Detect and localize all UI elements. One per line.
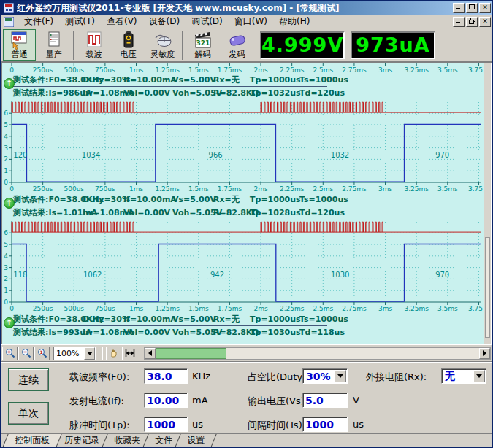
- svg-text:2.5ms: 2.5ms: [313, 185, 333, 193]
- condition-field: Duty=30%: [83, 74, 123, 85]
- test-condition-row: 测试条件:F0=38.0KHzDuty=30%If=10.00mAVs=5.00…: [13, 194, 484, 205]
- test-result-row: 测试结果:Is=993uAIw=1.08mAVol=0.00VVoh=5.05V…: [13, 327, 484, 338]
- condition-field: Duty=30%: [83, 314, 123, 325]
- scroll-left-button[interactable]: [145, 348, 156, 359]
- section-up-arrow-icon[interactable]: ↑: [4, 78, 15, 89]
- test-section-2: ↑测试条件:F0=38.0KHzDuty=30%If=10.00mAVs=5.0…: [2, 193, 484, 219]
- child-restore-button[interactable]: [466, 17, 478, 27]
- receiver-output-trace: [12, 244, 481, 302]
- maximize-button[interactable]: [466, 3, 478, 13]
- svg-text:1034: 1034: [82, 151, 100, 159]
- waveform-chart: 01234560250us500us750us1ms1.25ms1.5ms1.7…: [2, 99, 483, 193]
- svg-text:942: 942: [210, 271, 224, 279]
- menu-item[interactable]: 测试(T): [59, 15, 101, 28]
- zoom-out-button[interactable]: [18, 347, 34, 360]
- svg-text:2.25ms: 2.25ms: [280, 305, 305, 312]
- child-close-button[interactable]: ✕: [479, 17, 491, 27]
- svg-text:500us: 500us: [64, 305, 84, 312]
- condition-field: Vs=5.00V: [172, 74, 213, 85]
- horizontal-scrollbar-thumb[interactable]: [156, 348, 226, 359]
- svg-text:0: 0: [9, 185, 14, 193]
- 电压-toolbar-button[interactable]: 电压: [112, 29, 145, 61]
- result-field: Td=118us: [299, 327, 349, 338]
- menu-item[interactable]: 调试(D): [186, 15, 229, 28]
- 发码-toolbar-button[interactable]: 发码: [221, 29, 253, 61]
- toolbar-button-label: 量产: [46, 50, 62, 59]
- svg-text:0: 0: [9, 305, 14, 312]
- minimize-button[interactable]: [453, 3, 465, 13]
- title-bar[interactable]: 红外遥控万用测试仪2011-专业版 [开发天地 www.mcusky.com] …: [1, 1, 492, 15]
- menu-item[interactable]: 查看(V): [101, 15, 143, 28]
- section-up-arrow-icon[interactable]: ↑: [4, 198, 15, 209]
- pan-hand-button[interactable]: [106, 347, 121, 360]
- 普通-toolbar-button[interactable]: 普通: [3, 29, 36, 61]
- svg-text:2ms: 2ms: [253, 185, 267, 193]
- external-resistor-select[interactable]: 无: [441, 368, 486, 384]
- menu-item[interactable]: 文件(F): [18, 15, 59, 28]
- result-field: Vol=0.00V: [123, 207, 172, 218]
- result-field: R=82.8KΩ: [213, 88, 250, 99]
- zoom-reset-button[interactable]: 1: [34, 347, 50, 360]
- svg-text:250us: 250us: [33, 185, 53, 193]
- vertical-scrollbar-thumb[interactable]: [485, 237, 490, 338]
- 量产-toolbar-button[interactable]: 量产: [37, 29, 70, 61]
- waveform-chart: 01234560250us500us750us1ms1.25ms1.5ms1.7…: [2, 219, 483, 312]
- scroll-right-button[interactable]: [479, 348, 490, 359]
- condition-field: Vs=5.00V: [172, 314, 213, 325]
- svg-text:6: 6: [4, 229, 8, 236]
- test-result-row: 测试结果:Is=986uAIw=1.08mAVol=0.00VVoh=5.05V…: [13, 88, 484, 99]
- duty-cycle-label: 占空比(Duty):: [248, 371, 310, 384]
- zoom-in-button[interactable]: [2, 347, 18, 360]
- menu-item[interactable]: 帮助(H): [273, 15, 316, 28]
- tab-label: 设置: [187, 434, 205, 447]
- condition-field: 测试条件:F0=38.0KHz: [13, 314, 83, 325]
- svg-text:966: 966: [209, 151, 223, 159]
- result-field: Voh=5.05V: [172, 88, 213, 99]
- svg-text:1.5ms: 1.5ms: [188, 66, 209, 73]
- 灵敏度-toolbar-button[interactable]: 灵敏度: [146, 29, 179, 61]
- svg-text:750us: 750us: [95, 66, 115, 73]
- 载波-toolbar-button[interactable]: 载波: [77, 29, 110, 61]
- menu-item[interactable]: 设备(D): [143, 15, 186, 28]
- pulse-time-label: 脉冲时间(Tp):: [69, 419, 130, 432]
- continuous-run-button[interactable]: 连续: [8, 368, 49, 391]
- emit-current-input[interactable]: [144, 393, 188, 408]
- menu-bar: 文件(F)测试(T)查看(V)设备(D)调试(D)窗口(W)帮助(H) ✕: [1, 15, 492, 28]
- horizontal-scrollbar-track[interactable]: [156, 348, 479, 359]
- duty-cycle-dropdown-arrow[interactable]: [335, 370, 346, 382]
- section-up-arrow-icon[interactable]: ↑: [4, 317, 15, 328]
- condition-field: Rx=无: [213, 74, 250, 85]
- svg-text:120: 120: [13, 151, 27, 159]
- svg-text:2ms: 2ms: [253, 66, 267, 73]
- output-voltage-label: 输出电压(Vs):: [248, 395, 307, 408]
- send-code-icon: [228, 31, 247, 50]
- mdi-child-icon[interactable]: [4, 17, 14, 27]
- bottom-tab-bar: 控制面板历史记录收藏夹文件设置: [1, 433, 492, 447]
- external-resistor-label: 外接电阻(Rx):: [366, 371, 427, 384]
- close-button[interactable]: ✕: [479, 3, 491, 13]
- tab-设置[interactable]: 设置: [175, 434, 216, 447]
- menu-item[interactable]: 窗口(W): [229, 15, 273, 28]
- svg-text:500us: 500us: [64, 66, 84, 73]
- duty-cycle-select[interactable]: 30%: [302, 368, 348, 384]
- single-run-button[interactable]: 单次: [8, 402, 49, 425]
- interval-time-input[interactable]: [302, 417, 348, 432]
- vertical-scrollbar[interactable]: [484, 63, 491, 344]
- pulse-time-input[interactable]: [144, 417, 188, 432]
- zoom-level-combo[interactable]: 100%: [53, 347, 96, 360]
- result-field: R=82.8KΩ: [213, 207, 250, 218]
- svg-text:3.75m: 3.75m: [468, 305, 483, 312]
- svg-text:250us: 250us: [33, 66, 53, 73]
- tab-控制面板[interactable]: 控制面板: [2, 434, 61, 447]
- horizontal-scrollbar[interactable]: [144, 347, 491, 360]
- 解码-toolbar-button[interactable]: 321解码: [186, 29, 219, 61]
- toolbar-button-label: 灵敏度: [150, 50, 175, 59]
- output-voltage-input[interactable]: [302, 393, 348, 408]
- external-resistor-dropdown-arrow[interactable]: [473, 370, 485, 382]
- carrier-frequency-input[interactable]: [144, 368, 188, 384]
- fit-width-button[interactable]: [122, 347, 137, 360]
- emit-current-unit: mA: [192, 395, 208, 406]
- child-minimize-button[interactable]: [453, 17, 465, 27]
- zoom-combo-arrow[interactable]: [84, 347, 95, 360]
- test-condition-row: 测试条件:F0=38.0KHzDuty=30%If=10.00mAVs=5.00…: [13, 74, 484, 85]
